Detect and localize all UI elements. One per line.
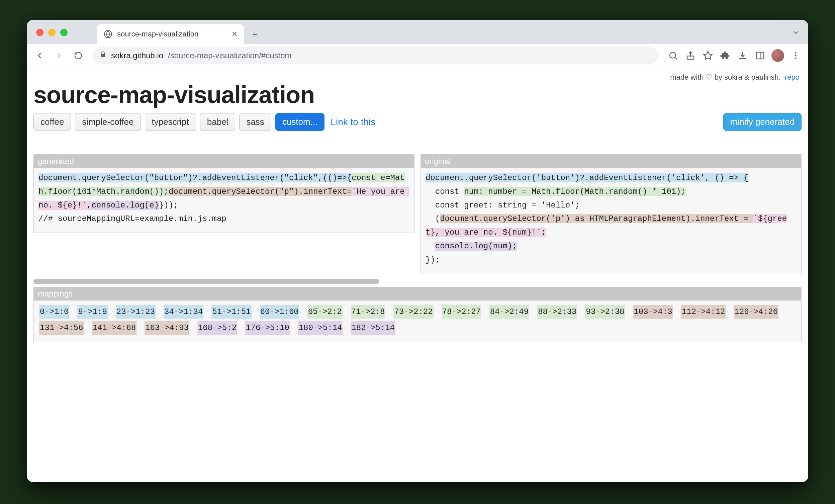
code-segment: const greet: string = 'Hello'; <box>426 201 580 210</box>
mapping-item[interactable]: 182->5:14 <box>351 321 395 335</box>
mapping-item[interactable]: 141->4:68 <box>92 321 137 335</box>
mapping-item[interactable]: 23->1:23 <box>116 305 156 319</box>
code-panels: generated document.querySelector("button… <box>34 154 801 274</box>
original-panel: original document.querySelector('button'… <box>421 154 801 274</box>
code-segment: random() <box>609 187 652 196</box>
extensions-icon[interactable] <box>717 47 733 64</box>
code-segment: ()=>{ <box>327 173 352 182</box>
tabs-overflow-button[interactable] <box>792 28 800 39</box>
mapping-item[interactable]: 176->5:10 <box>245 321 290 335</box>
page-content: made with ♡ by sokra & paulirish. repo s… <box>27 67 808 482</box>
code-segment: innerText= <box>303 187 352 196</box>
browser-window: source-map-visualization ✕ ＋ sokra.githu… <box>27 20 808 482</box>
code-segment: num: number = <box>464 187 532 196</box>
scrollbar-thumb[interactable] <box>34 279 379 284</box>
code-segment: querySelector("button")?. <box>82 173 202 182</box>
mapping-item[interactable]: 34->1:34 <box>164 305 203 319</box>
profile-avatar[interactable] <box>771 49 784 62</box>
url-host: sokra.github.io <box>111 51 163 60</box>
code-segment: console. <box>91 201 130 210</box>
original-code[interactable]: document.querySelector('button')?.addEve… <box>421 168 801 274</box>
mappings-panel: mappings 0->1:09->1:923->1:2334->1:3451-… <box>34 287 801 342</box>
generated-panel-header: generated <box>34 155 414 168</box>
code-segment: querySelector('button')?. <box>469 173 589 182</box>
code-segment: document. <box>440 214 483 223</box>
page-title: source-map-visualization <box>34 81 801 108</box>
code-segment: addEventListener('click', <box>589 173 715 182</box>
code-segment: floor( <box>556 187 585 196</box>
panel-icon[interactable] <box>752 47 768 64</box>
custom-button[interactable]: custom... <box>275 113 325 131</box>
code-segment: const e= <box>352 173 390 182</box>
svg-point-1 <box>670 52 676 58</box>
mapping-item[interactable]: 71->2:8 <box>351 305 386 319</box>
original-panel-header: original <box>421 155 801 168</box>
back-button[interactable] <box>32 47 47 64</box>
code-segment: Math. <box>585 187 609 196</box>
coffee-button[interactable]: coffee <box>34 113 71 131</box>
code-segment: floor( <box>48 187 77 196</box>
repo-link[interactable]: repo <box>785 73 799 81</box>
mappings-list[interactable]: 0->1:09->1:923->1:2334->1:3451->1:5160->… <box>34 301 801 342</box>
browser-toolbar: sokra.github.io/source-map-visualization… <box>27 44 808 67</box>
svg-line-2 <box>675 57 677 59</box>
toolbar-actions <box>665 47 803 64</box>
mapping-item[interactable]: 84->2:49 <box>489 305 529 319</box>
mapping-item[interactable]: 112->4:12 <box>681 305 726 319</box>
code-segment: log( <box>130 201 149 210</box>
menu-icon[interactable] <box>788 47 803 64</box>
share-icon[interactable] <box>683 47 698 64</box>
maximize-window-button[interactable] <box>60 29 67 36</box>
mapping-item[interactable]: 88->2:33 <box>537 305 577 319</box>
close-window-button[interactable] <box>36 29 43 36</box>
mapping-item[interactable]: 65->2:2 <box>307 305 343 319</box>
svg-point-9 <box>795 58 796 59</box>
titlebar: source-map-visualization ✕ ＋ <box>27 20 808 44</box>
horizontal-scrollbar[interactable] <box>34 279 801 284</box>
new-tab-button[interactable]: ＋ <box>248 27 262 41</box>
browser-tab[interactable]: source-map-visualization ✕ <box>97 24 244 44</box>
mapping-item[interactable]: 103->4:3 <box>633 305 673 319</box>
minimize-window-button[interactable] <box>48 29 56 36</box>
mapping-item[interactable]: 51->1:51 <box>211 305 251 319</box>
downloads-icon[interactable] <box>735 47 751 64</box>
search-icon[interactable] <box>665 47 681 64</box>
mapping-item[interactable]: 126->4:26 <box>734 305 778 319</box>
mapping-item[interactable]: 131->4:56 <box>39 321 84 335</box>
forward-button[interactable] <box>51 47 67 64</box>
url-path: /source-map-visualization/#custom <box>168 51 291 60</box>
typescript-button[interactable]: typescript <box>145 113 196 131</box>
button-bar: coffee simple-coffee typescript babel sa… <box>34 113 801 131</box>
code-segment: 101* <box>77 187 96 196</box>
window-controls <box>36 29 67 36</box>
mapping-item[interactable]: 163->4:93 <box>144 321 189 335</box>
babel-button[interactable]: babel <box>200 113 236 131</box>
sass-button[interactable]: sass <box>239 113 271 131</box>
mapping-item[interactable]: 93->2:38 <box>585 305 625 319</box>
code-segment: const <box>426 187 464 196</box>
bookmark-star-icon[interactable] <box>700 47 716 64</box>
mapping-item[interactable]: 9->1:9 <box>77 305 107 319</box>
minify-generated-button[interactable]: minify generated <box>723 113 801 131</box>
close-tab-button[interactable]: ✕ <box>231 30 238 39</box>
code-segment: Math. <box>532 187 556 196</box>
mapping-item[interactable]: 60->1:60 <box>260 305 300 319</box>
code-segment: addEventListener("click",( <box>202 173 327 182</box>
generated-code[interactable]: document.querySelector("button")?.addEve… <box>34 168 414 233</box>
svg-point-7 <box>795 52 796 53</box>
code-segment: querySelector("p"). <box>212 187 304 196</box>
lock-icon <box>100 51 106 60</box>
simple-coffee-button[interactable]: simple-coffee <box>75 113 141 131</box>
address-bar[interactable]: sokra.github.io/source-map-visualization… <box>93 47 658 64</box>
mapping-item[interactable]: 0->1:0 <box>39 305 69 319</box>
mapping-item[interactable]: 73->2:22 <box>393 305 433 319</box>
code-segment: document. <box>426 173 469 182</box>
mapping-item[interactable]: 78->2:27 <box>442 305 482 319</box>
code-segment: ( <box>426 214 440 223</box>
mapping-item[interactable]: 168->5:2 <box>197 321 237 335</box>
code-segment <box>426 242 435 251</box>
mapping-item[interactable]: 180->5:14 <box>298 321 343 335</box>
reload-button[interactable] <box>70 47 86 64</box>
link-to-this[interactable]: Link to this <box>330 117 375 127</box>
code-segment: log( <box>474 242 493 251</box>
